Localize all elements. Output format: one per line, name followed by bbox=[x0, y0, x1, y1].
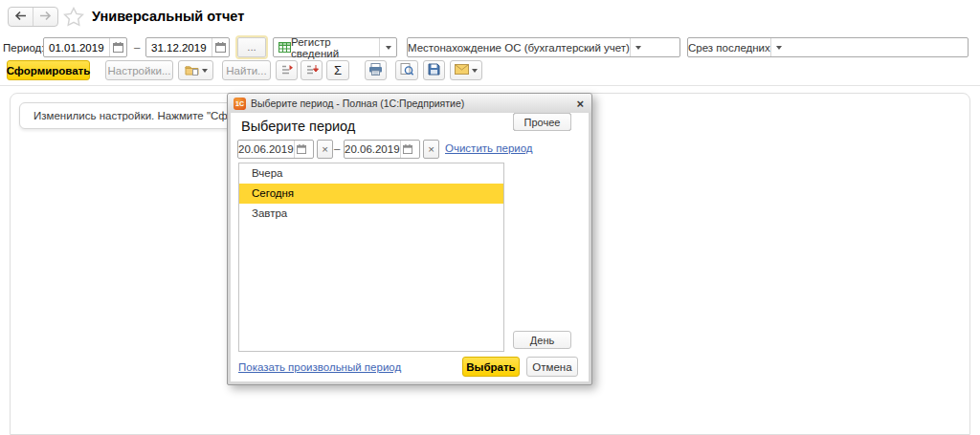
list-item-yesterday[interactable]: Вчера bbox=[239, 163, 503, 184]
cancel-button[interactable]: Отмена bbox=[526, 357, 578, 377]
save-button[interactable] bbox=[423, 60, 445, 80]
list-item-tomorrow[interactable]: Завтра bbox=[239, 204, 503, 224]
calendar-icon[interactable] bbox=[294, 141, 309, 158]
period-other-button[interactable]: Прочее bbox=[513, 113, 571, 131]
close-icon[interactable]: × bbox=[574, 97, 586, 111]
clear-date-to-button[interactable]: × bbox=[423, 140, 439, 159]
calendar-icon[interactable] bbox=[400, 141, 415, 158]
period-to-input[interactable]: 31.12.2019 bbox=[145, 37, 230, 57]
dialog-date-dash: – bbox=[334, 142, 340, 154]
app-window: Универсальный отчет Период: 01.01.2019 –… bbox=[0, 0, 980, 435]
calendar-icon[interactable] bbox=[212, 38, 229, 56]
folder-document-icon bbox=[185, 64, 199, 77]
toolbar-divider bbox=[0, 85, 980, 86]
select-period-dialog: 1С Выберите период - Полная (1С:Предприя… bbox=[227, 93, 592, 385]
settings-button[interactable]: Настройки... bbox=[105, 60, 173, 80]
record-type-value: Регистр сведений bbox=[291, 36, 379, 59]
chevron-down-icon[interactable] bbox=[630, 38, 647, 56]
dialog-date-to-input[interactable]: 20.06.2019 bbox=[344, 140, 420, 159]
arrow-left-icon bbox=[14, 11, 27, 23]
calendar-icon[interactable] bbox=[109, 38, 126, 56]
envelope-icon bbox=[455, 64, 469, 76]
printer-icon bbox=[368, 63, 383, 77]
chevron-down-icon bbox=[472, 69, 478, 73]
print-button[interactable] bbox=[365, 60, 387, 80]
dialog-heading: Выберите период bbox=[241, 119, 355, 134]
arrow-right-icon bbox=[39, 11, 52, 23]
period-from-input[interactable]: 01.01.2019 bbox=[43, 37, 127, 57]
history-nav bbox=[8, 7, 58, 27]
dialog-date-to-value[interactable]: 20.06.2019 bbox=[345, 143, 400, 155]
floppy-disk-icon bbox=[428, 63, 440, 77]
data-source-value: Местонахождение ОС (бухгалтерский учет) bbox=[408, 42, 630, 54]
period-from-value[interactable]: 01.01.2019 bbox=[44, 42, 109, 54]
1c-logo-icon: 1С bbox=[234, 98, 246, 110]
chevron-down-icon[interactable] bbox=[379, 38, 396, 56]
record-type-select[interactable]: Регистр сведений bbox=[273, 37, 397, 57]
slice-mode-value: Срез последних bbox=[688, 42, 770, 54]
sum-button[interactable]: Σ bbox=[326, 60, 349, 80]
clear-period-link[interactable]: Очистить период bbox=[445, 142, 533, 154]
back-button[interactable] bbox=[9, 8, 33, 26]
period-label: Период: bbox=[3, 42, 45, 54]
dialog-date-from-value[interactable]: 20.06.2019 bbox=[238, 143, 294, 155]
data-source-select[interactable]: Местонахождение ОС (бухгалтерский учет) bbox=[407, 37, 680, 57]
forward-button[interactable] bbox=[33, 8, 57, 26]
preview-magnifier-icon bbox=[400, 63, 414, 77]
generate-button[interactable]: Сформировать bbox=[7, 60, 90, 80]
slice-mode-select[interactable]: Срез последних bbox=[687, 37, 969, 57]
print-preview-button[interactable] bbox=[395, 60, 418, 80]
chevron-down-icon[interactable] bbox=[770, 38, 788, 56]
chevron-down-icon bbox=[202, 69, 208, 73]
list-item-today-selected[interactable]: Сегодня bbox=[239, 184, 503, 204]
show-custom-period-link[interactable]: Показать произвольный период bbox=[238, 361, 401, 373]
favorite-star-icon[interactable] bbox=[63, 7, 84, 29]
period-dash: – bbox=[134, 41, 140, 53]
table-grid-icon bbox=[274, 42, 291, 53]
page-title: Универсальный отчет bbox=[92, 9, 244, 24]
period-presets-list[interactable]: Вчера Сегодня Завтра bbox=[238, 163, 504, 352]
select-period-confirm-button[interactable]: Выбрать bbox=[462, 357, 520, 377]
dialog-window-title: Выберите период - Полная (1С:Предприятие… bbox=[251, 98, 569, 109]
dialog-body: Выберите период 20.06.2019 × – 20.06.201… bbox=[231, 113, 589, 381]
dialog-date-from-input[interactable]: 20.06.2019 bbox=[237, 140, 314, 159]
expand-groups-button[interactable] bbox=[301, 60, 323, 80]
collapse-groups-icon bbox=[280, 64, 294, 77]
find-button[interactable]: Найти... bbox=[222, 60, 271, 80]
period-day-button[interactable]: День bbox=[513, 331, 571, 349]
period-more-button[interactable]: ... bbox=[237, 37, 266, 57]
collapse-groups-button[interactable] bbox=[276, 60, 298, 80]
report-variants-button[interactable] bbox=[178, 60, 213, 80]
dialog-titlebar[interactable]: 1С Выберите период - Полная (1С:Предприя… bbox=[228, 94, 591, 113]
expand-groups-icon bbox=[305, 64, 319, 77]
period-to-value[interactable]: 31.12.2019 bbox=[146, 42, 212, 54]
clear-date-from-button[interactable]: × bbox=[317, 140, 333, 159]
send-mail-button[interactable] bbox=[450, 60, 482, 80]
